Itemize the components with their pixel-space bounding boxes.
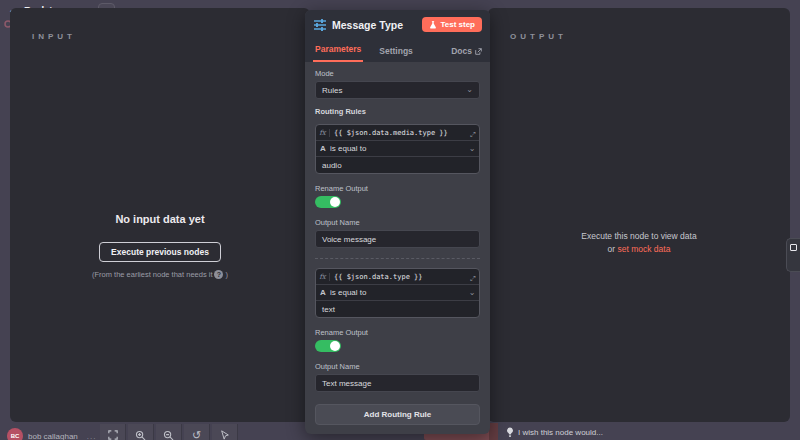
expression-field[interactable]: fx {{ $json.data.type }} ⤢ [316, 269, 479, 285]
fx-icon: fx [316, 273, 330, 281]
rename-output-toggle[interactable] [315, 196, 341, 208]
input-panel: INPUT No input data yet Execute previous… [10, 8, 310, 422]
lightbulb-icon [506, 427, 514, 438]
comparison-value[interactable]: text [316, 302, 479, 317]
output-panel: OUTPUT Execute this node to view data or… [488, 8, 790, 422]
flask-icon [429, 20, 437, 29]
wish-label: I wish this node would... [518, 428, 603, 437]
mode-select[interactable]: Rules ⌄ [315, 81, 480, 99]
input-hint-text: (From the earliest node that needs it [92, 270, 212, 279]
switch-node-icon [313, 18, 327, 32]
add-routing-rule-button[interactable]: Add Routing Rule [315, 404, 480, 425]
node-settings-modal: Message Type Test step Parameters Settin… [305, 10, 490, 434]
output-empty-state: Execute this node to view data or set mo… [488, 230, 790, 256]
undo-icon: ↺ [192, 430, 201, 440]
string-type-icon: A [316, 288, 330, 297]
tab-parameters[interactable]: Parameters [313, 40, 363, 62]
set-mock-data-link[interactable]: set mock data [618, 244, 671, 254]
test-step-label: Test step [440, 20, 475, 29]
fit-view-button[interactable] [100, 424, 126, 440]
expression-value[interactable]: {{ $json.data.media.type }} [330, 126, 467, 140]
docs-link[interactable]: Docs [451, 46, 482, 62]
node-title: Message Type [332, 19, 417, 31]
parameters-panel: Mode Rules ⌄ Routing Rules fx {{ $json.d… [305, 62, 490, 434]
output-empty-line2-prefix: or [608, 244, 616, 254]
n8n-node-detail-view: ← Back to canvas + INPUT No input data y… [0, 0, 800, 440]
input-hint-suffix: ) [225, 270, 228, 279]
output-panel-title: OUTPUT [510, 32, 567, 41]
toggle-knob [330, 197, 340, 207]
pointer-mode-button[interactable] [212, 424, 238, 440]
rename-output-label: Rename Output [315, 184, 480, 193]
expression-field[interactable]: fx {{ $json.data.media.type }} ⤢ [316, 125, 479, 141]
zoom-out-button[interactable] [156, 424, 182, 440]
execute-previous-nodes-button[interactable]: Execute previous nodes [99, 242, 221, 262]
operator-value: is equal to [330, 288, 465, 297]
output-name-input[interactable]: Voice message [315, 230, 480, 248]
user-chip[interactable]: BC bob callaghan ... [7, 428, 97, 440]
routing-rule-2: fx {{ $json.data.type }} ⤢ A is equal to… [315, 268, 480, 392]
comparison-value-field[interactable]: audio [316, 157, 479, 173]
rename-output-label: Rename Output [315, 328, 480, 337]
tab-settings[interactable]: Settings [377, 42, 415, 62]
operator-select[interactable]: A is equal to ⌄ [316, 141, 479, 157]
fit-view-icon [108, 430, 118, 440]
expand-expression-button[interactable]: ⤢ [467, 125, 479, 140]
side-panel-toggle[interactable] [786, 238, 800, 272]
no-input-data-text: No input data yet [10, 213, 310, 225]
chevron-down-icon: ⌄ [465, 144, 479, 153]
fx-icon: fx [316, 129, 330, 137]
comparison-value-field[interactable]: text [316, 301, 479, 317]
condition-group: fx {{ $json.data.type }} ⤢ A is equal to… [315, 268, 480, 318]
output-name-label: Output Name [315, 218, 480, 227]
routing-rule-1: fx {{ $json.data.media.type }} ⤢ A is eq… [315, 124, 480, 248]
expand-expression-button[interactable]: ⤢ [467, 269, 479, 284]
routing-rules-label: Routing Rules [315, 107, 480, 116]
expand-icon: ⤢ [470, 275, 476, 283]
test-step-button[interactable]: Test step [422, 17, 482, 32]
output-name-input[interactable]: Text message [315, 374, 480, 392]
expand-icon: ⤢ [470, 131, 476, 139]
help-icon[interactable]: ? [214, 270, 223, 279]
input-hint: (From the earliest node that needs it ? … [10, 270, 310, 279]
operator-select[interactable]: A is equal to ⌄ [316, 285, 479, 301]
output-name-label: Output Name [315, 362, 480, 371]
operator-value: is equal to [330, 144, 465, 153]
avatar: BC [7, 428, 23, 440]
input-empty-state: No input data yet Execute previous nodes… [10, 213, 310, 279]
panel-icon [790, 244, 797, 251]
zoom-out-icon [163, 430, 174, 440]
modal-tabs: Parameters Settings Docs [313, 40, 482, 62]
external-link-icon [475, 48, 482, 55]
chevron-down-icon: ⌄ [466, 85, 473, 94]
background-canvas-node [489, 423, 498, 440]
mode-label: Mode [315, 69, 480, 78]
zoom-in-button[interactable] [128, 424, 154, 440]
rule-divider [315, 258, 480, 259]
user-menu-dots[interactable]: ... [87, 432, 97, 440]
toggle-knob [330, 341, 340, 351]
pointer-icon [220, 430, 230, 440]
docs-label: Docs [451, 46, 472, 56]
input-panel-title: INPUT [32, 32, 76, 41]
expression-value[interactable]: {{ $json.data.type }} [330, 270, 467, 284]
output-empty-line1: Execute this node to view data [488, 230, 790, 243]
modal-header: Message Type Test step Parameters Settin… [305, 10, 490, 62]
condition-group: fx {{ $json.data.media.type }} ⤢ A is eq… [315, 124, 480, 174]
zoom-in-icon [135, 430, 146, 440]
string-type-icon: A [316, 144, 330, 153]
chevron-down-icon: ⌄ [465, 288, 479, 297]
mode-value: Rules [322, 86, 342, 95]
comparison-value[interactable]: audio [316, 158, 479, 173]
user-name: bob callaghan [28, 432, 78, 440]
feedback-bar[interactable]: I wish this node would... [506, 427, 603, 438]
canvas-toolbar: ↺ [100, 424, 238, 440]
undo-button[interactable]: ↺ [184, 424, 210, 440]
rename-output-toggle[interactable] [315, 340, 341, 352]
